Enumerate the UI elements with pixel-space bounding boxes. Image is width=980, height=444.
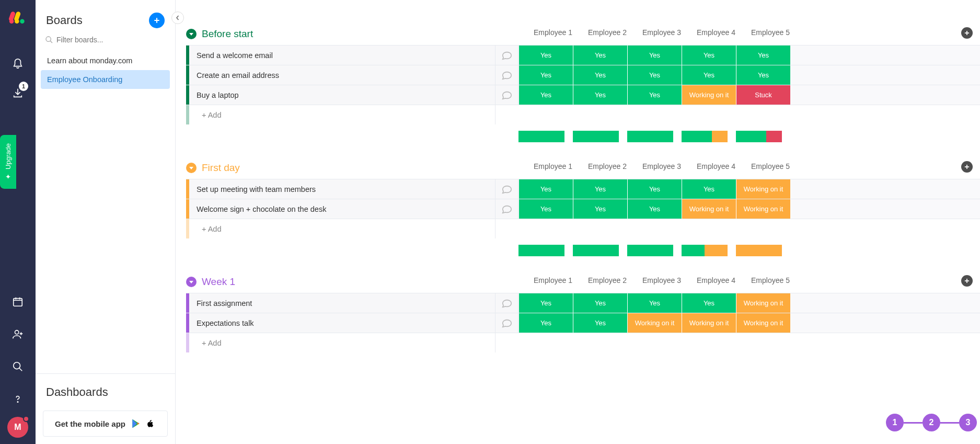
status-cell[interactable]: Yes bbox=[682, 45, 736, 65]
collapse-sidebar-button[interactable] bbox=[171, 12, 184, 24]
mobile-app-cta[interactable]: Get the mobile app bbox=[43, 411, 168, 437]
status-cell[interactable]: Yes bbox=[518, 199, 573, 219]
add-task-button[interactable]: + Add bbox=[189, 333, 495, 352]
status-cell[interactable]: Yes bbox=[627, 293, 682, 313]
status-cell[interactable]: Yes bbox=[518, 45, 573, 65]
conversation-button[interactable] bbox=[495, 313, 518, 333]
group-title[interactable]: First day bbox=[202, 162, 240, 174]
help-button[interactable] bbox=[0, 384, 36, 414]
group-collapse-toggle[interactable] bbox=[186, 29, 197, 39]
column-header[interactable]: Employee 1 bbox=[526, 162, 580, 170]
search-button[interactable] bbox=[0, 352, 36, 381]
status-cell[interactable]: Yes bbox=[573, 85, 627, 105]
status-cell[interactable]: Yes bbox=[573, 313, 627, 333]
conversation-button[interactable] bbox=[495, 293, 518, 313]
status-cell[interactable]: Yes bbox=[518, 293, 573, 313]
column-header[interactable]: Employee 2 bbox=[580, 28, 635, 37]
task-row[interactable]: Expectations talkYesYesWorking on itWork… bbox=[186, 313, 980, 333]
status-cell[interactable]: Working on it bbox=[736, 179, 790, 199]
status-cell[interactable]: Yes bbox=[682, 65, 736, 85]
status-cell[interactable]: Yes bbox=[518, 65, 573, 85]
status-cell[interactable]: Yes bbox=[627, 45, 682, 65]
status-cell[interactable]: Yes bbox=[518, 179, 573, 199]
task-name[interactable]: Set up meeting with team members bbox=[189, 179, 495, 199]
status-cell[interactable]: Working on it bbox=[736, 293, 790, 313]
notifications-button[interactable] bbox=[0, 49, 36, 78]
column-header[interactable]: Employee 1 bbox=[526, 276, 580, 284]
onboarding-step-3[interactable]: 3 bbox=[959, 414, 977, 431]
conversation-button[interactable] bbox=[495, 65, 518, 85]
status-cell[interactable]: Yes bbox=[627, 199, 682, 219]
add-task-button[interactable]: + Add bbox=[189, 105, 495, 124]
calendar-button[interactable] bbox=[0, 287, 36, 316]
status-cell[interactable]: Yes bbox=[518, 313, 573, 333]
conversation-button[interactable] bbox=[495, 85, 518, 105]
task-name[interactable]: Expectations talk bbox=[189, 313, 495, 333]
column-header[interactable]: Employee 4 bbox=[689, 276, 743, 284]
onboarding-step-2[interactable]: 2 bbox=[923, 414, 940, 431]
column-header[interactable]: Employee 3 bbox=[635, 276, 689, 284]
group-collapse-toggle[interactable] bbox=[186, 277, 197, 287]
column-header[interactable]: Employee 3 bbox=[635, 162, 689, 170]
add-column-button[interactable] bbox=[961, 27, 973, 39]
column-header[interactable]: Employee 2 bbox=[580, 162, 635, 170]
group-collapse-toggle[interactable] bbox=[186, 163, 197, 173]
status-cell[interactable]: Working on it bbox=[682, 199, 736, 219]
status-cell[interactable]: Yes bbox=[573, 199, 627, 219]
column-header[interactable]: Employee 2 bbox=[580, 276, 635, 284]
column-header[interactable]: Employee 1 bbox=[526, 28, 580, 37]
add-column-button[interactable] bbox=[961, 275, 973, 287]
conversation-button[interactable] bbox=[495, 179, 518, 199]
status-cell[interactable]: Working on it bbox=[736, 199, 790, 219]
task-name[interactable]: First assignment bbox=[189, 293, 495, 313]
add-column-button[interactable] bbox=[961, 161, 973, 173]
status-cell[interactable]: Yes bbox=[682, 179, 736, 199]
status-cell[interactable]: Yes bbox=[627, 65, 682, 85]
task-row[interactable]: Buy a laptopYesYesYesWorking on itStuck bbox=[186, 85, 980, 105]
invite-button[interactable] bbox=[0, 320, 36, 349]
task-name[interactable]: Create an email address bbox=[189, 65, 495, 85]
sidebar-item-board[interactable]: Employee Onboarding bbox=[41, 70, 170, 89]
column-header[interactable]: Employee 3 bbox=[635, 28, 689, 37]
conversation-button[interactable] bbox=[495, 45, 518, 65]
conversation-button[interactable] bbox=[495, 199, 518, 219]
task-name[interactable]: Send a welcome email bbox=[189, 45, 495, 65]
status-cell[interactable]: Yes bbox=[627, 85, 682, 105]
column-header[interactable]: Employee 5 bbox=[743, 28, 798, 37]
status-cell[interactable]: Yes bbox=[627, 179, 682, 199]
status-cell[interactable]: Yes bbox=[518, 85, 573, 105]
column-header[interactable]: Employee 5 bbox=[743, 276, 798, 284]
column-header[interactable]: Employee 4 bbox=[689, 28, 743, 37]
status-cell[interactable]: Yes bbox=[573, 45, 627, 65]
task-name[interactable]: Welcome sign + chocolate on the desk bbox=[189, 199, 495, 219]
status-cell[interactable]: Yes bbox=[736, 45, 790, 65]
task-row[interactable]: Welcome sign + chocolate on the deskYesY… bbox=[186, 199, 980, 219]
user-avatar[interactable]: M bbox=[7, 417, 28, 438]
task-row[interactable]: First assignmentYesYesYesYesWorking on i… bbox=[186, 293, 980, 313]
status-cell[interactable]: Working on it bbox=[682, 313, 736, 333]
column-header[interactable]: Employee 5 bbox=[743, 162, 798, 170]
status-cell[interactable]: Yes bbox=[736, 65, 790, 85]
status-cell[interactable]: Yes bbox=[573, 65, 627, 85]
group-title[interactable]: Before start bbox=[202, 28, 253, 40]
column-header[interactable]: Employee 4 bbox=[689, 162, 743, 170]
sidebar-item-board[interactable]: Learn about monday.com bbox=[41, 51, 170, 70]
status-cell[interactable]: Working on it bbox=[627, 313, 682, 333]
task-row[interactable]: Send a welcome emailYesYesYesYesYes bbox=[186, 45, 980, 65]
upgrade-button[interactable]: ✦Upgrade bbox=[0, 135, 16, 189]
status-cell[interactable]: Working on it bbox=[682, 85, 736, 105]
add-board-button[interactable] bbox=[149, 13, 165, 28]
onboarding-step-1[interactable]: 1 bbox=[886, 414, 904, 431]
status-cell[interactable]: Yes bbox=[682, 293, 736, 313]
inbox-button[interactable]: 1 bbox=[0, 78, 36, 108]
status-cell[interactable]: Working on it bbox=[736, 313, 790, 333]
add-task-button[interactable]: + Add bbox=[189, 219, 495, 238]
filter-boards-input[interactable] bbox=[56, 36, 166, 44]
task-row[interactable]: Create an email addressYesYesYesYesYes bbox=[186, 65, 980, 85]
status-cell[interactable]: Yes bbox=[573, 293, 627, 313]
status-cell[interactable]: Stuck bbox=[736, 85, 790, 105]
group-title[interactable]: Week 1 bbox=[202, 276, 235, 288]
status-cell[interactable]: Yes bbox=[573, 179, 627, 199]
task-name[interactable]: Buy a laptop bbox=[189, 85, 495, 105]
filter-boards-field[interactable] bbox=[36, 36, 175, 49]
